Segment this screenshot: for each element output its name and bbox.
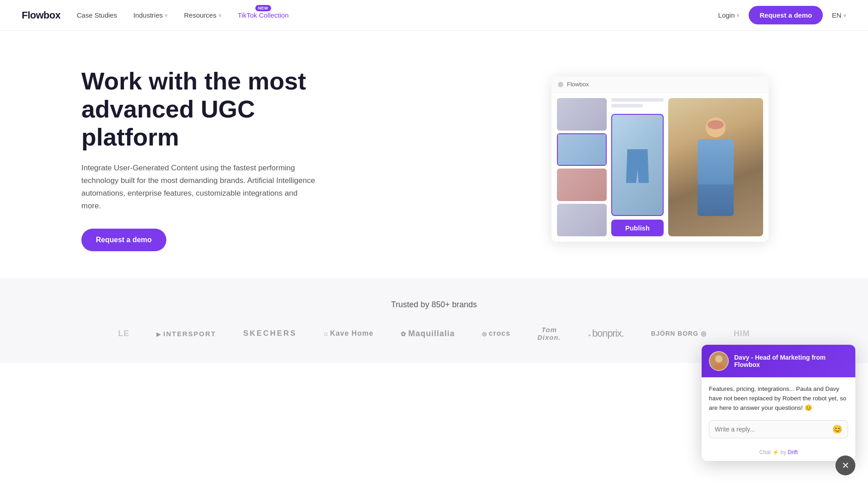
person-legs	[698, 184, 734, 216]
line-1	[611, 98, 664, 102]
agent-info: Davy - Head of Marketing from Flowbox	[734, 354, 848, 368]
resources-chevron-icon: ∨	[218, 13, 222, 18]
brand-bonprix: bonprix.	[588, 328, 624, 339]
agent-name: Davy - Head of Marketing from Flowbox	[734, 354, 848, 368]
thumbnail-panel	[557, 98, 607, 236]
nav-login[interactable]: Login ∨	[718, 11, 740, 19]
person-thumbnail	[557, 169, 607, 201]
card-body: Publish	[552, 93, 769, 242]
nav-case-studies[interactable]: Case Studies	[77, 11, 117, 19]
platform-preview-card: Flowbox	[552, 76, 769, 242]
brand-partial-left: LE	[118, 329, 129, 338]
thumb-2-selected[interactable]	[557, 133, 607, 166]
line-2	[611, 104, 643, 108]
thumb-placeholder-1	[557, 98, 607, 131]
brand-tom-dixon: TomDixon.	[538, 326, 561, 341]
jeans-product-icon	[622, 145, 653, 185]
person-body	[698, 139, 734, 184]
agent-avatar	[709, 351, 729, 371]
thumb-3	[557, 169, 607, 201]
chat-message: Features, pricing, integrations... Paula…	[709, 385, 848, 413]
hero-illustration: Flowbox	[552, 76, 787, 242]
brand-bjorn-borg: BJÖRN BORG ◎	[651, 330, 707, 337]
window-dot-icon	[558, 82, 563, 87]
brand-partial-right: HIM	[734, 329, 750, 338]
chat-input-container[interactable]: 😊	[709, 420, 848, 438]
hero-section: Work with the most advanced UGC platform…	[0, 31, 868, 278]
chat-widget: Davy - Head of Marketing from Flowbox Fe…	[702, 345, 855, 461]
publish-button[interactable]: Publish	[611, 220, 664, 236]
brand-maquillalia: Maquillalia	[401, 329, 455, 338]
brands-trusted-text: Trusted by 850+ brands	[0, 300, 868, 310]
new-badge: NEW	[255, 5, 271, 11]
ugc-photo	[668, 98, 763, 236]
hero-title: Work with the most advanced UGC platform	[81, 67, 316, 151]
thumb-placeholder-4	[557, 204, 607, 236]
content-lines	[611, 98, 664, 108]
nav-request-demo-button[interactable]: Request a demo	[749, 6, 823, 24]
hero-request-demo-button[interactable]: Request a demo	[81, 229, 166, 251]
nav-resources[interactable]: Resources ∨	[184, 11, 222, 19]
brands-row: LE INTERSPORT SKECHERS Kave Home Maquill…	[0, 326, 868, 341]
chat-header: Davy - Head of Marketing from Flowbox	[702, 345, 855, 377]
logo[interactable]: Flowbox	[22, 9, 61, 21]
nav-tiktok[interactable]: NEW TikTok Collection	[238, 11, 289, 19]
center-panel: Publish	[611, 98, 664, 236]
avatar-image	[710, 351, 728, 371]
thumb-1	[557, 98, 607, 131]
brand-skechers: SKECHERS	[243, 329, 297, 338]
brand-kave-home: Kave Home	[324, 329, 373, 338]
navbar: Flowbox Case Studies Industries ∨ Resour…	[0, 0, 868, 31]
chat-body: Features, pricing, integrations... Paula…	[702, 377, 855, 446]
nav-industries[interactable]: Industries ∨	[133, 11, 168, 19]
lang-chevron-icon: ∨	[843, 13, 846, 18]
close-icon: ✕	[842, 460, 849, 471]
jeans-thumbnail	[558, 134, 606, 165]
card-title: Flowbox	[567, 81, 589, 88]
thumb-4	[557, 204, 607, 236]
svg-point-1	[715, 356, 722, 363]
hero-description: Integrate User-Generated Content using t…	[81, 162, 316, 212]
main-product-image	[611, 114, 664, 216]
chat-close-button[interactable]: ✕	[835, 455, 855, 475]
brand-crocs: crocs	[482, 329, 510, 338]
chat-footer: Chat ⚡ by Drift	[702, 446, 855, 461]
nav-language[interactable]: EN ∨	[832, 11, 846, 19]
brand-intersport: INTERSPORT	[156, 330, 216, 338]
drift-link[interactable]: Drift	[788, 449, 798, 455]
login-chevron-icon: ∨	[736, 13, 740, 18]
chat-reply-input[interactable]	[715, 426, 829, 433]
hero-content: Work with the most advanced UGC platform…	[81, 67, 316, 251]
emoji-button[interactable]: 😊	[832, 424, 842, 434]
industries-chevron-icon: ∨	[165, 13, 168, 18]
person-head	[706, 117, 726, 137]
person-figure	[689, 117, 743, 217]
card-header: Flowbox	[552, 76, 769, 93]
